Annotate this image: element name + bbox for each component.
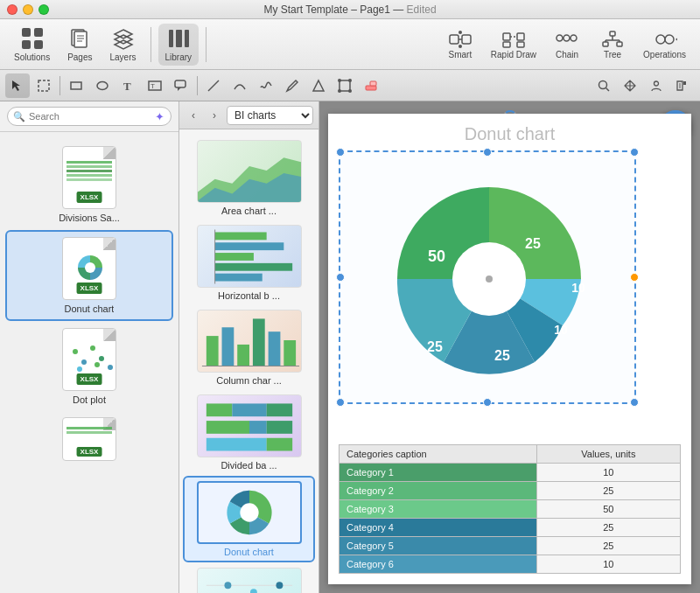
table-row: Category 6 10	[340, 555, 681, 574]
shape-tool[interactable]	[306, 73, 331, 98]
eraser-tool[interactable]	[359, 73, 383, 98]
dotplot-chart-thumb	[197, 568, 302, 593]
star-icon[interactable]: ✦	[155, 110, 164, 123]
transform-tool[interactable]	[332, 73, 357, 98]
chart-item-hbar[interactable]: Horizontal b ...	[183, 221, 315, 304]
svg-rect-57	[370, 81, 376, 86]
svg-rect-81	[252, 318, 264, 366]
file-item-dotplot[interactable]: XLSX Dot plot	[5, 323, 173, 410]
chain-button[interactable]: Chain	[545, 24, 589, 66]
handle-top-middle[interactable]	[483, 148, 492, 157]
canvas-area[interactable]: + Donut chart	[319, 101, 700, 593]
textbox-tool[interactable]: T	[143, 73, 167, 98]
chart-item-donut[interactable]: Donut chart	[183, 476, 315, 562]
solutions-button[interactable]: Solutions	[7, 24, 57, 66]
svg-point-102	[276, 582, 283, 589]
layers-label: Layers	[110, 52, 136, 62]
pointer-tool[interactable]	[5, 73, 30, 98]
pen-tool[interactable]	[280, 73, 304, 98]
table-row: Category 2 25	[340, 482, 681, 500]
smart-button[interactable]: Smart	[438, 24, 482, 66]
svg-rect-25	[556, 35, 563, 41]
hbar-chart-label: Horizontal b ...	[218, 290, 280, 301]
svg-rect-91	[206, 438, 266, 451]
svg-text:10: 10	[571, 281, 585, 295]
line-tool[interactable]	[201, 73, 226, 98]
handle-bottom-middle[interactable]	[483, 398, 492, 407]
breadcrumb-select[interactable]: BI charts	[227, 106, 313, 125]
svg-point-54	[338, 89, 341, 93]
titlebar: My Start Template – Page1 — Edited	[0, 0, 700, 19]
callout-tool[interactable]	[169, 73, 193, 98]
selection-box: 25 10 10 25 25 50	[339, 150, 636, 404]
svg-text:50: 50	[428, 248, 445, 265]
svg-point-68	[99, 356, 104, 361]
solutions-label: Solutions	[14, 52, 50, 62]
tools-right	[592, 73, 695, 98]
table-row: Category 4 25	[340, 519, 681, 537]
file-list: XLSX Divisions Sa...	[0, 132, 178, 593]
svg-rect-83	[284, 340, 296, 366]
svg-rect-86	[232, 403, 266, 416]
handle-top-left[interactable]	[336, 148, 345, 157]
close-button[interactable]	[7, 4, 18, 15]
chart-item-dotplot[interactable]: Dot plot (mu ...	[183, 564, 315, 593]
window-title: My Start Template – Page1 — Edited	[263, 3, 436, 16]
svg-rect-78	[206, 336, 218, 366]
marquee-tool[interactable]	[32, 73, 56, 98]
paint-tool[interactable]	[670, 73, 695, 98]
search-input[interactable]	[7, 107, 172, 126]
svg-marker-50	[313, 80, 324, 91]
oval-tool[interactable]	[90, 73, 115, 98]
chart-item-area[interactable]: Area chart ...	[183, 136, 315, 220]
handle-bottom-right[interactable]	[630, 398, 639, 407]
tree-button[interactable]: Tree	[591, 24, 634, 66]
chart-item-col[interactable]: Column char ...	[183, 306, 315, 389]
svg-text:T: T	[150, 82, 155, 90]
table-row: Category 5 25	[340, 537, 681, 555]
svg-rect-90	[266, 421, 292, 434]
tools-separator-1	[60, 76, 60, 95]
file-item-4[interactable]: XLSX	[5, 412, 173, 466]
search-bar: 🔍 ✦	[0, 101, 178, 132]
back-button[interactable]: ‹	[185, 107, 202, 124]
maximize-button[interactable]	[38, 4, 49, 15]
operations-button[interactable]: Operations	[636, 24, 693, 66]
smart-label: Smart	[448, 50, 472, 59]
svg-rect-31	[603, 42, 608, 46]
zoom-tool[interactable]	[592, 73, 616, 98]
avatar-tool[interactable]	[644, 73, 668, 98]
pan-tool[interactable]	[618, 73, 642, 98]
category-2: Category 2	[340, 482, 537, 500]
rapid-draw-button[interactable]: Rapid Draw	[484, 24, 543, 66]
freehand-tool[interactable]	[254, 73, 278, 98]
rect-tool[interactable]	[64, 73, 88, 98]
handle-bottom-left[interactable]	[336, 398, 345, 407]
category-5: Category 5	[340, 537, 537, 555]
chart-item-divbar[interactable]: Divided ba ...	[183, 391, 315, 474]
svg-rect-3	[34, 40, 43, 49]
svg-text:25: 25	[494, 348, 510, 363]
library-label: Library	[165, 52, 192, 62]
pages-button[interactable]: Pages	[60, 24, 99, 66]
curve-tool[interactable]	[228, 73, 252, 98]
library-button[interactable]: Library	[158, 24, 200, 66]
toolbar-separator-2	[206, 27, 206, 62]
forward-button[interactable]: ›	[206, 107, 223, 124]
svg-marker-40	[12, 80, 20, 91]
layers-button[interactable]: Layers	[103, 24, 144, 66]
svg-rect-14	[185, 30, 189, 47]
svg-rect-32	[617, 42, 622, 46]
svg-point-60	[654, 81, 659, 86]
handle-top-right[interactable]	[630, 148, 639, 157]
svg-point-65	[73, 349, 78, 354]
svg-point-67	[90, 345, 95, 351]
svg-rect-30	[610, 31, 615, 36]
divbar-chart-thumb	[197, 394, 302, 457]
rapid-draw-label: Rapid Draw	[491, 50, 536, 59]
minimize-button[interactable]	[23, 4, 33, 15]
file-item-donut[interactable]: XLSX Donut chart	[5, 230, 173, 321]
file-item-divisions[interactable]: XLSX Divisions Sa...	[5, 141, 173, 228]
svg-rect-15	[450, 35, 458, 44]
text-tool[interactable]: T	[116, 73, 141, 98]
